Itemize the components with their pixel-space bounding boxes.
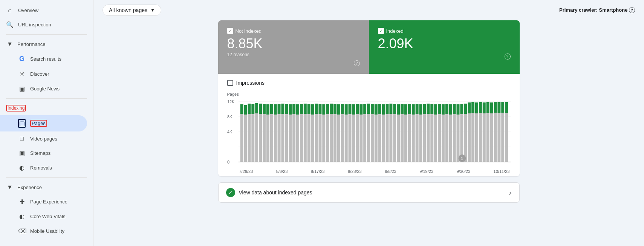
svg-rect-19 bbox=[259, 114, 262, 162]
svg-rect-11 bbox=[244, 115, 247, 162]
svg-rect-42 bbox=[300, 104, 303, 114]
svg-rect-53 bbox=[322, 115, 325, 162]
svg-rect-74 bbox=[359, 104, 363, 115]
sidebar-section-indexing[interactable]: Indexing bbox=[0, 101, 93, 115]
svg-rect-124 bbox=[453, 104, 456, 114]
svg-rect-147 bbox=[497, 113, 500, 162]
svg-rect-152 bbox=[505, 102, 508, 113]
svg-rect-71 bbox=[356, 114, 359, 162]
svg-rect-132 bbox=[468, 102, 471, 113]
sidebar-search-results-label: Search results bbox=[30, 56, 61, 62]
sidebar-item-url-inspection[interactable]: 🔍 URL inspection bbox=[0, 17, 87, 32]
sidebar-discover-label: Discover bbox=[30, 71, 49, 77]
svg-rect-64 bbox=[341, 104, 344, 114]
svg-rect-148 bbox=[497, 102, 500, 113]
dropdown-label: All known pages bbox=[109, 7, 147, 13]
svg-rect-112 bbox=[430, 104, 433, 114]
sidebar-sitemaps-label: Sitemaps bbox=[30, 150, 50, 156]
impressions-label: Impressions bbox=[236, 80, 265, 86]
svg-rect-41 bbox=[300, 114, 303, 162]
x-label-5: 9/8/23 bbox=[385, 169, 396, 174]
sidebar: ⌂ Overview 🔍 URL inspection ▼ Performanc… bbox=[0, 0, 93, 246]
svg-rect-10 bbox=[240, 104, 243, 114]
sidebar-section-experience[interactable]: ▼ Experience bbox=[0, 180, 93, 194]
y-axis-label: Pages bbox=[227, 92, 511, 96]
sidebar-item-video-pages[interactable]: □ Video pages bbox=[0, 131, 87, 146]
svg-rect-142 bbox=[486, 102, 489, 113]
svg-rect-130 bbox=[464, 104, 467, 114]
primary-crawler-value: Smartphone bbox=[599, 7, 628, 13]
svg-rect-93 bbox=[397, 115, 400, 162]
svg-rect-72 bbox=[356, 104, 359, 114]
svg-rect-108 bbox=[423, 104, 426, 114]
search-icon: 🔍 bbox=[6, 21, 14, 28]
divider-1 bbox=[6, 34, 87, 35]
sidebar-item-page-experience[interactable]: ✚ Page Experience bbox=[0, 194, 87, 209]
chart-container: Impressions Pages 12K 8K bbox=[218, 74, 520, 176]
content-area: ✓ Not indexed 8.85K 12 reasons ? ✓ Index… bbox=[93, 20, 644, 246]
not-indexed-checkbox[interactable]: ✓ bbox=[227, 28, 233, 34]
svg-rect-110 bbox=[427, 104, 430, 114]
svg-rect-123 bbox=[453, 114, 456, 162]
svg-rect-149 bbox=[501, 113, 504, 162]
svg-rect-146 bbox=[494, 102, 497, 113]
impressions-checkbox[interactable] bbox=[227, 80, 233, 86]
indexed-checkbox[interactable]: ✓ bbox=[378, 28, 384, 34]
svg-rect-60 bbox=[333, 104, 337, 114]
sidebar-item-pages[interactable]: ▢ Pages bbox=[0, 115, 87, 131]
svg-rect-62 bbox=[337, 104, 340, 115]
divider-3 bbox=[6, 177, 87, 178]
sidebar-item-removals[interactable]: ◐ Removals bbox=[0, 160, 87, 175]
svg-rect-103 bbox=[415, 114, 418, 162]
pages-dropdown[interactable]: All known pages ▼ bbox=[102, 5, 161, 16]
svg-rect-99 bbox=[408, 114, 411, 162]
indexed-box: ✓ Indexed 2.09K ? bbox=[369, 20, 520, 74]
x-label-2: 8/6/23 bbox=[276, 169, 288, 174]
svg-rect-115 bbox=[438, 114, 441, 162]
svg-rect-67 bbox=[348, 114, 351, 162]
sidebar-item-sitemaps[interactable]: ▣ Sitemaps bbox=[0, 146, 87, 160]
svg-rect-87 bbox=[385, 114, 389, 162]
svg-rect-12 bbox=[244, 105, 247, 115]
svg-rect-70 bbox=[352, 104, 355, 115]
svg-rect-25 bbox=[270, 114, 273, 162]
not-indexed-help-icon[interactable]: ? bbox=[354, 60, 360, 66]
indexed-help-icon[interactable]: ? bbox=[505, 53, 511, 60]
top-bar: All known pages ▼ Primary crawler: Smart… bbox=[93, 0, 644, 20]
svg-rect-107 bbox=[423, 114, 426, 162]
svg-rect-56 bbox=[326, 104, 329, 114]
sidebar-item-overview[interactable]: ⌂ Overview bbox=[0, 3, 87, 17]
sidebar-item-search-results[interactable]: G Search results bbox=[0, 51, 87, 67]
sidebar-pages-label: Pages bbox=[32, 121, 46, 126]
primary-crawler-help-icon[interactable]: ? bbox=[629, 7, 635, 13]
svg-rect-27 bbox=[274, 115, 277, 162]
chart-svg-wrapper: 12K 8K 4K 0 bbox=[227, 98, 511, 168]
sidebar-item-core-web-vitals[interactable]: ◐ Core Web Vitals bbox=[0, 209, 87, 224]
svg-rect-77 bbox=[367, 114, 370, 162]
sidebar-section-performance[interactable]: ▼ Performance bbox=[0, 37, 93, 51]
sidebar-overview-label: Overview bbox=[18, 8, 38, 13]
svg-rect-96 bbox=[401, 104, 404, 114]
svg-rect-88 bbox=[385, 104, 389, 114]
sidebar-item-google-news[interactable]: ▣ Google News bbox=[0, 81, 87, 96]
indexing-label: Indexing bbox=[8, 105, 24, 111]
svg-rect-102 bbox=[411, 104, 415, 115]
svg-rect-131 bbox=[468, 113, 471, 162]
experience-section-label: Experience bbox=[17, 185, 42, 190]
view-data-row[interactable]: ✓ View data about indexed pages › bbox=[218, 182, 520, 203]
sidebar-item-mobile-usability[interactable]: ⌫ Mobile Usability bbox=[0, 224, 87, 238]
svg-rect-85 bbox=[382, 115, 385, 162]
svg-rect-104 bbox=[415, 104, 418, 114]
video-icon: □ bbox=[18, 135, 26, 142]
removals-icon: ◐ bbox=[18, 164, 26, 171]
svg-rect-34 bbox=[285, 104, 288, 114]
svg-rect-18 bbox=[255, 103, 258, 113]
svg-rect-81 bbox=[374, 115, 377, 162]
svg-rect-140 bbox=[482, 102, 485, 113]
svg-rect-92 bbox=[393, 104, 396, 114]
svg-rect-150 bbox=[501, 102, 504, 113]
not-indexed-label-row: ✓ Not indexed bbox=[227, 28, 360, 34]
svg-rect-116 bbox=[438, 104, 441, 114]
sidebar-item-discover[interactable]: ✳ Discover bbox=[0, 67, 87, 81]
svg-text:8K: 8K bbox=[227, 115, 233, 119]
